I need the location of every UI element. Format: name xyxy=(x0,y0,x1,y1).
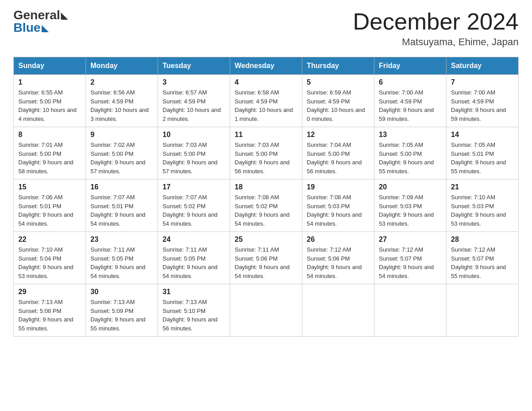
day-info: Sunrise: 6:59 AMSunset: 4:59 PMDaylight:… xyxy=(307,88,369,123)
day-info: Sunrise: 7:13 AMSunset: 5:10 PMDaylight:… xyxy=(163,298,225,333)
day-number: 10 xyxy=(163,131,225,139)
location-label: Matsuyama, Ehime, Japan xyxy=(353,36,519,48)
day-info: Sunrise: 7:04 AMSunset: 5:00 PMDaylight:… xyxy=(307,141,369,176)
day-number: 24 xyxy=(163,235,225,244)
calendar-cell: 6Sunrise: 7:00 AMSunset: 4:59 PMDaylight… xyxy=(374,75,446,127)
calendar-header-row: SundayMondayTuesdayWednesdayThursdayFrid… xyxy=(14,57,519,75)
calendar-cell: 12Sunrise: 7:04 AMSunset: 5:00 PMDayligh… xyxy=(302,127,374,180)
logo-blue-section: Blue xyxy=(13,21,49,34)
calendar-cell: 18Sunrise: 7:08 AMSunset: 5:02 PMDayligh… xyxy=(230,180,302,232)
calendar-cell: 3Sunrise: 6:57 AMSunset: 4:59 PMDaylight… xyxy=(158,75,230,127)
day-number: 2 xyxy=(90,78,153,86)
day-info: Sunrise: 7:08 AMSunset: 5:02 PMDaylight:… xyxy=(235,193,297,228)
day-info: Sunrise: 7:11 AMSunset: 5:05 PMDaylight:… xyxy=(163,245,225,280)
day-info: Sunrise: 7:07 AMSunset: 5:02 PMDaylight:… xyxy=(163,193,225,228)
day-info: Sunrise: 7:08 AMSunset: 5:03 PMDaylight:… xyxy=(307,193,369,228)
calendar-cell xyxy=(446,284,519,337)
day-number: 20 xyxy=(379,183,442,191)
day-number: 31 xyxy=(163,288,225,296)
day-number: 13 xyxy=(379,131,442,139)
calendar-week-row-2: 8Sunrise: 7:01 AMSunset: 5:00 PMDaylight… xyxy=(14,127,519,180)
day-info: Sunrise: 7:13 AMSunset: 5:08 PMDaylight:… xyxy=(18,298,81,333)
calendar-cell: 28Sunrise: 7:12 AMSunset: 5:07 PMDayligh… xyxy=(446,232,519,284)
day-number: 15 xyxy=(18,183,81,191)
calendar-week-row-3: 15Sunrise: 7:06 AMSunset: 5:01 PMDayligh… xyxy=(14,180,519,232)
page-header: General Blue December 2024 Matsuyama, Eh… xyxy=(13,9,519,48)
day-info: Sunrise: 6:57 AMSunset: 4:59 PMDaylight:… xyxy=(163,88,225,123)
day-number: 9 xyxy=(90,131,153,139)
day-info: Sunrise: 7:06 AMSunset: 5:01 PMDaylight:… xyxy=(18,193,81,228)
day-number: 1 xyxy=(18,78,81,86)
day-info: Sunrise: 7:13 AMSunset: 5:09 PMDaylight:… xyxy=(90,298,153,333)
calendar-cell: 15Sunrise: 7:06 AMSunset: 5:01 PMDayligh… xyxy=(14,180,86,232)
day-number: 23 xyxy=(90,235,153,244)
calendar-cell: 7Sunrise: 7:00 AMSunset: 4:59 PMDaylight… xyxy=(446,75,519,127)
day-number: 12 xyxy=(307,131,369,139)
day-info: Sunrise: 7:11 AMSunset: 5:06 PMDaylight:… xyxy=(235,245,297,280)
calendar-header-wednesday: Wednesday xyxy=(230,57,302,75)
day-number: 19 xyxy=(307,183,369,191)
calendar-cell xyxy=(230,284,302,337)
calendar-cell: 30Sunrise: 7:13 AMSunset: 5:09 PMDayligh… xyxy=(86,284,158,337)
calendar-header-saturday: Saturday xyxy=(446,57,519,75)
day-info: Sunrise: 7:11 AMSunset: 5:05 PMDaylight:… xyxy=(90,245,153,280)
calendar-cell: 26Sunrise: 7:12 AMSunset: 5:06 PMDayligh… xyxy=(302,232,374,284)
day-info: Sunrise: 6:55 AMSunset: 5:00 PMDaylight:… xyxy=(18,88,81,123)
calendar-cell: 16Sunrise: 7:07 AMSunset: 5:01 PMDayligh… xyxy=(86,180,158,232)
title-section: December 2024 Matsuyama, Ehime, Japan xyxy=(353,9,519,48)
day-number: 5 xyxy=(307,78,369,86)
day-number: 21 xyxy=(451,183,514,191)
day-info: Sunrise: 7:07 AMSunset: 5:01 PMDaylight:… xyxy=(90,193,153,228)
day-info: Sunrise: 7:10 AMSunset: 5:04 PMDaylight:… xyxy=(18,245,81,280)
calendar-cell: 22Sunrise: 7:10 AMSunset: 5:04 PMDayligh… xyxy=(14,232,86,284)
calendar-cell: 23Sunrise: 7:11 AMSunset: 5:05 PMDayligh… xyxy=(86,232,158,284)
calendar-cell xyxy=(374,284,446,337)
calendar-week-row-1: 1Sunrise: 6:55 AMSunset: 5:00 PMDaylight… xyxy=(14,75,519,127)
day-info: Sunrise: 7:12 AMSunset: 5:07 PMDaylight:… xyxy=(451,245,514,280)
day-info: Sunrise: 7:02 AMSunset: 5:00 PMDaylight:… xyxy=(90,141,153,176)
calendar-cell: 31Sunrise: 7:13 AMSunset: 5:10 PMDayligh… xyxy=(158,284,230,337)
calendar-cell: 4Sunrise: 6:58 AMSunset: 4:59 PMDaylight… xyxy=(230,75,302,127)
calendar-header-friday: Friday xyxy=(374,57,446,75)
day-info: Sunrise: 7:00 AMSunset: 4:59 PMDaylight:… xyxy=(451,88,514,123)
calendar-cell: 27Sunrise: 7:12 AMSunset: 5:07 PMDayligh… xyxy=(374,232,446,284)
day-info: Sunrise: 7:05 AMSunset: 5:00 PMDaylight:… xyxy=(379,141,442,176)
logo-triangle-dark xyxy=(61,13,68,20)
day-number: 18 xyxy=(235,183,297,191)
calendar-cell: 8Sunrise: 7:01 AMSunset: 5:00 PMDaylight… xyxy=(14,127,86,180)
day-number: 16 xyxy=(90,183,153,191)
calendar-header-thursday: Thursday xyxy=(302,57,374,75)
calendar-cell: 10Sunrise: 7:03 AMSunset: 5:00 PMDayligh… xyxy=(158,127,230,180)
calendar-cell: 14Sunrise: 7:05 AMSunset: 5:01 PMDayligh… xyxy=(446,127,519,180)
calendar-cell: 2Sunrise: 6:56 AMSunset: 4:59 PMDaylight… xyxy=(86,75,158,127)
day-info: Sunrise: 7:00 AMSunset: 4:59 PMDaylight:… xyxy=(379,88,442,123)
day-info: Sunrise: 7:12 AMSunset: 5:07 PMDaylight:… xyxy=(379,245,442,280)
day-number: 4 xyxy=(235,78,297,86)
day-number: 6 xyxy=(379,78,442,86)
day-info: Sunrise: 7:03 AMSunset: 5:00 PMDaylight:… xyxy=(235,141,297,176)
day-number: 11 xyxy=(235,131,297,139)
calendar-cell xyxy=(302,284,374,337)
month-title: December 2024 xyxy=(353,9,519,34)
calendar-cell: 5Sunrise: 6:59 AMSunset: 4:59 PMDaylight… xyxy=(302,75,374,127)
day-number: 27 xyxy=(379,235,442,244)
calendar-cell: 9Sunrise: 7:02 AMSunset: 5:00 PMDaylight… xyxy=(86,127,158,180)
day-number: 14 xyxy=(451,131,514,139)
calendar-table: SundayMondayTuesdayWednesdayThursdayFrid… xyxy=(13,57,519,337)
calendar-cell: 25Sunrise: 7:11 AMSunset: 5:06 PMDayligh… xyxy=(230,232,302,284)
day-number: 22 xyxy=(18,235,81,244)
calendar-week-row-4: 22Sunrise: 7:10 AMSunset: 5:04 PMDayligh… xyxy=(14,232,519,284)
day-info: Sunrise: 6:58 AMSunset: 4:59 PMDaylight:… xyxy=(235,88,297,123)
day-number: 26 xyxy=(307,235,369,244)
day-info: Sunrise: 7:12 AMSunset: 5:06 PMDaylight:… xyxy=(307,245,369,280)
calendar-cell: 29Sunrise: 7:13 AMSunset: 5:08 PMDayligh… xyxy=(14,284,86,337)
calendar-cell: 21Sunrise: 7:10 AMSunset: 5:03 PMDayligh… xyxy=(446,180,519,232)
logo-triangle-blue xyxy=(42,25,49,32)
calendar-header-monday: Monday xyxy=(86,57,158,75)
day-info: Sunrise: 7:09 AMSunset: 5:03 PMDaylight:… xyxy=(379,193,442,228)
logo-general-text: General xyxy=(13,9,60,21)
logo-blue-text: Blue xyxy=(13,21,41,34)
day-number: 3 xyxy=(163,78,225,86)
day-number: 25 xyxy=(235,235,297,244)
calendar-cell: 13Sunrise: 7:05 AMSunset: 5:00 PMDayligh… xyxy=(374,127,446,180)
